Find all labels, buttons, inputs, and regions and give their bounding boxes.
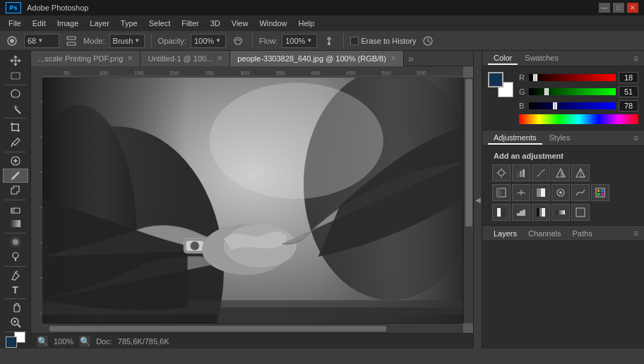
styles-tab[interactable]: Styles [544,132,576,145]
color-panel-menu[interactable]: ≡ [633,54,638,63]
tool-crop[interactable] [3,121,28,135]
tool-move[interactable] [3,54,28,68]
g-slider[interactable] [529,88,616,95]
b-slider[interactable] [529,102,616,109]
color-tab[interactable]: Color [488,52,518,65]
opacity-pressure-icon[interactable] [230,33,246,49]
menu-edit[interactable]: Edit [27,18,52,29]
menu-help[interactable]: Help [293,18,321,29]
minimize-btn[interactable]: — [599,3,610,13]
menu-type[interactable]: Type [115,18,143,29]
tool-eyedropper[interactable] [3,135,28,150]
r-value-input[interactable] [619,72,638,83]
tab-2[interactable]: people-3303828_640.jpg @ 100% (RGB/8) ✕ [230,51,404,66]
svg-line-20 [18,324,20,327]
tab-0[interactable]: ...scale Printing PDF.png ✕ [31,51,141,66]
adj-posterize-icon[interactable] [512,204,530,221]
b-value-input[interactable] [619,100,638,111]
adj-brightness-icon[interactable] [492,164,511,181]
tool-pen[interactable] [3,269,28,283]
tab-overflow-btn[interactable]: » [404,53,418,64]
tool-text[interactable]: T [3,284,28,296]
channels-tab[interactable]: Channels [523,228,566,239]
vertical-scrollbar[interactable] [463,78,473,323]
menu-3d[interactable]: 3D [205,18,226,29]
adj-bw-icon[interactable] [532,184,550,201]
zoom-in-icon[interactable]: 🔍 [79,336,90,347]
g-value-input[interactable] [619,86,638,97]
adjustments-tab[interactable]: Adjustments [488,132,542,145]
adj-channel-mixer-icon[interactable] [571,184,590,201]
tool-eraser[interactable] [3,202,28,216]
color-swatches-fg-bg[interactable] [488,72,513,97]
adj-vibrance-icon[interactable] [571,164,590,181]
fg-bg-color[interactable] [3,336,28,343]
b-thumb[interactable] [553,102,557,109]
adj-color-lookup-icon[interactable] [591,184,609,201]
tab-close-0[interactable]: ✕ [127,54,133,62]
tool-lasso[interactable] [3,87,28,101]
menu-file[interactable]: File [3,18,27,29]
horizontal-scrollbar[interactable] [42,323,463,333]
tab-1[interactable]: Untitled-1 @ 100... ✕ [141,51,230,66]
brush-size-input[interactable]: 68 ▼ [24,34,59,48]
menu-image[interactable]: Image [52,18,85,29]
adj-invert-icon[interactable] [492,204,511,221]
close-btn[interactable]: ✕ [627,3,638,13]
adj-gradient-map-icon[interactable] [551,204,570,221]
side-collapse-strip[interactable]: ◀ [473,51,482,348]
tab-close-2[interactable]: ✕ [390,54,396,62]
tool-dodge[interactable] [3,250,28,264]
adj-threshold-icon[interactable] [532,204,550,221]
mode-dropdown[interactable]: Brush ▼ [109,34,145,48]
menu-layer[interactable]: Layer [84,18,115,29]
brush-preset-picker[interactable] [4,33,20,49]
menu-filter[interactable]: Filter [176,18,204,29]
adj-photo-filter-icon[interactable] [551,184,570,201]
g-thumb[interactable] [544,88,549,95]
vertical-scrollbar-thumb[interactable] [465,79,472,226]
maximize-btn[interactable]: □ [613,3,624,13]
layers-panel-menu[interactable]: ≡ [633,229,638,238]
r-slider[interactable] [529,74,616,81]
tool-hand[interactable] [3,301,28,315]
r-thumb[interactable] [533,74,537,81]
canvas-image[interactable] [42,78,463,333]
erase-checkbox-box[interactable] [350,37,359,45]
zoom-out-icon[interactable]: 🔍 [37,336,48,347]
history-settings-icon[interactable] [420,33,436,49]
tool-brush[interactable] [3,169,28,183]
tool-heal[interactable] [3,154,28,168]
tab-close-1[interactable]: ✕ [217,54,222,62]
adj-hue-sat-icon[interactable] [492,184,511,201]
adj-color-balance-icon[interactable] [512,184,530,201]
tool-clone[interactable] [3,183,28,198]
paths-tab[interactable]: Paths [567,228,598,239]
flow-dropdown[interactable]: 100% ▼ [282,34,317,48]
color-spectrum[interactable] [519,114,638,124]
tool-marquee[interactable] [3,68,28,83]
airbrush-icon[interactable] [321,33,337,49]
tool-zoom[interactable] [3,315,28,329]
menu-select[interactable]: Select [143,18,177,29]
brush-settings-icon[interactable] [64,33,79,49]
layers-tab[interactable]: Layers [488,228,523,239]
foreground-color-swatch[interactable] [6,336,17,348]
title-bar-controls[interactable]: — □ ✕ [599,3,638,13]
erase-to-history-checkbox[interactable]: Erase to History [350,37,416,45]
tool-blur[interactable] [3,235,28,249]
menu-view[interactable]: View [226,18,254,29]
opacity-dropdown[interactable]: 100% ▼ [191,34,226,48]
horizontal-scrollbar-thumb[interactable] [49,326,386,332]
menu-window[interactable]: Window [254,18,292,29]
fg-color-box[interactable] [488,72,503,87]
tool-magic-wand[interactable] [3,102,28,116]
adj-curves-icon[interactable] [532,164,550,181]
adjustments-panel-menu[interactable]: ≡ [633,133,638,143]
adj-levels-icon[interactable] [512,164,530,181]
adj-selective-color-icon[interactable] [571,204,590,221]
canvas-viewport[interactable]: 50 100 150 200 250 300 350 400 450 500 5… [42,66,473,333]
tool-gradient[interactable] [3,217,28,231]
adj-exposure-icon[interactable] [551,164,570,181]
swatches-tab[interactable]: Swatches [519,52,564,65]
